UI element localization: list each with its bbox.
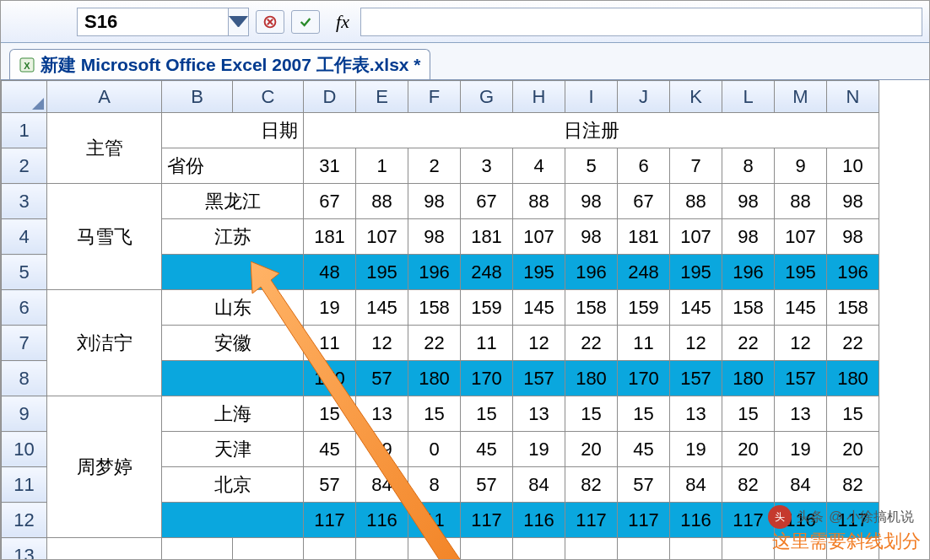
cell[interactable]	[304, 538, 356, 561]
cell[interactable]: 195	[513, 255, 565, 290]
cell[interactable]: 84	[356, 467, 408, 503]
cell[interactable]: 181	[461, 219, 513, 255]
cell-province[interactable]: 山东	[162, 290, 304, 326]
cell[interactable]: 20	[565, 432, 618, 467]
name-box-dropdown[interactable]	[229, 8, 249, 36]
cell[interactable]: 117	[618, 503, 670, 538]
cell[interactable]: 12	[513, 326, 565, 361]
cell[interactable]: 117	[722, 503, 775, 538]
cell[interactable]: 57	[461, 467, 513, 503]
cell[interactable]: 13	[775, 396, 827, 432]
cell-province[interactable]: 上海	[162, 396, 304, 432]
cell[interactable]: 15	[565, 396, 618, 432]
cell[interactable]: 88	[775, 184, 827, 219]
cell[interactable]: 19	[775, 432, 827, 467]
cell[interactable]: 98	[827, 184, 879, 219]
cell[interactable]: 22	[408, 326, 461, 361]
cell[interactable]: 180	[408, 361, 461, 396]
cell[interactable]: 19	[670, 432, 722, 467]
cell[interactable]: 1	[356, 148, 408, 184]
col-header[interactable]: J	[618, 81, 670, 113]
cell[interactable]: 116	[670, 503, 722, 538]
cell[interactable]: 67	[461, 184, 513, 219]
cell[interactable]: 116	[356, 503, 408, 538]
cell-province[interactable]	[162, 361, 304, 396]
row-header[interactable]: 4	[2, 219, 47, 255]
cell[interactable]: 11	[461, 326, 513, 361]
col-header[interactable]: M	[775, 81, 827, 113]
cell[interactable]: 15	[408, 396, 461, 432]
cell[interactable]: 15	[827, 396, 879, 432]
col-header[interactable]: D	[304, 81, 356, 113]
row-header[interactable]: 5	[2, 255, 47, 290]
cell[interactable]: 98	[408, 219, 461, 255]
row-header[interactable]: 12	[2, 503, 47, 538]
col-header[interactable]: H	[513, 81, 565, 113]
cell[interactable]: 82	[722, 467, 775, 503]
cell[interactable]: 82	[827, 467, 879, 503]
cell[interactable]: 15	[618, 396, 670, 432]
cell[interactable]: 195	[775, 255, 827, 290]
cell[interactable]: 157	[670, 361, 722, 396]
cell[interactable]: 107	[670, 219, 722, 255]
cell[interactable]: 98	[565, 219, 618, 255]
cell[interactable]: 4	[513, 148, 565, 184]
cell[interactable]: 15	[722, 396, 775, 432]
cell[interactable]: 195	[356, 255, 408, 290]
cell[interactable]: 82	[565, 467, 618, 503]
row-header[interactable]: 1	[2, 113, 47, 148]
cell[interactable]	[565, 538, 618, 561]
cell[interactable]	[722, 538, 775, 561]
cell[interactable]: 158	[408, 290, 461, 326]
cell[interactable]: 196	[722, 255, 775, 290]
cell-province[interactable]: 安徽	[162, 326, 304, 361]
cell[interactable]: 57	[304, 467, 356, 503]
cell[interactable]: 6	[618, 148, 670, 184]
cell[interactable]: 98	[722, 184, 775, 219]
cancel-button[interactable]	[256, 10, 284, 34]
cell[interactable]: 117	[461, 503, 513, 538]
cell-date[interactable]: 日期	[162, 113, 304, 148]
cell[interactable]	[47, 538, 162, 561]
cell[interactable]: 10	[827, 148, 879, 184]
cell[interactable]: 19	[356, 432, 408, 467]
cell[interactable]: 196	[827, 255, 879, 290]
cell[interactable]	[356, 538, 408, 561]
cell[interactable]: 107	[775, 219, 827, 255]
col-header[interactable]: I	[565, 81, 618, 113]
cell[interactable]: 57	[618, 467, 670, 503]
cell[interactable]: 13	[670, 396, 722, 432]
cell[interactable]: 248	[618, 255, 670, 290]
cell[interactable]: 31	[304, 148, 356, 184]
cell[interactable]	[408, 538, 461, 561]
row-header[interactable]: 13	[2, 538, 47, 561]
select-all-corner[interactable]	[2, 81, 47, 113]
cell[interactable]: 22	[827, 326, 879, 361]
cell[interactable]: 157	[775, 361, 827, 396]
cell[interactable]: 117	[565, 503, 618, 538]
cell[interactable]: 2	[408, 148, 461, 184]
cell[interactable]: 158	[565, 290, 618, 326]
cell[interactable]: 主管	[47, 113, 162, 184]
cell[interactable]: 195	[670, 255, 722, 290]
enter-button[interactable]	[291, 10, 320, 34]
cell[interactable]	[827, 538, 879, 561]
cell[interactable]: 145	[513, 290, 565, 326]
col-header[interactable]: B	[162, 81, 233, 113]
cell-province[interactable]	[162, 255, 304, 290]
cell[interactable]: 22	[722, 326, 775, 361]
cell[interactable]: 67	[618, 184, 670, 219]
cell[interactable]: 170	[304, 361, 356, 396]
cell[interactable]: 22	[565, 326, 618, 361]
col-header[interactable]: F	[408, 81, 461, 113]
cell[interactable]: 20	[722, 432, 775, 467]
cell[interactable]: 12	[775, 326, 827, 361]
cell-province[interactable]: 天津	[162, 432, 304, 467]
row-header[interactable]: 9	[2, 396, 47, 432]
cell[interactable]: 45	[461, 432, 513, 467]
cell[interactable]: 45	[304, 432, 356, 467]
cell[interactable]: 7	[670, 148, 722, 184]
cell[interactable]	[775, 538, 827, 561]
cell[interactable]: 98	[722, 219, 775, 255]
col-header[interactable]: N	[827, 81, 879, 113]
